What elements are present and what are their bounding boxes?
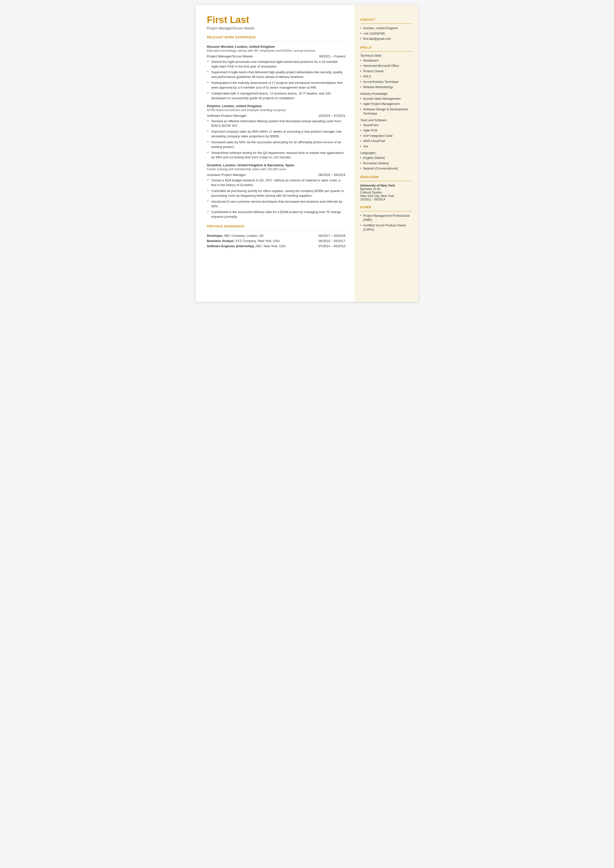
prev-exp-2-role-rest: XYZ Company, New York, USA — [234, 239, 280, 243]
job-2-description: NYSE-listed recruitment and employer bra… — [207, 109, 346, 112]
skill-item: Software Design & Development Technique — [360, 107, 412, 116]
skill-item: Product Owner — [360, 69, 412, 74]
bullet-item: Streamlined software testing for the QA … — [207, 151, 346, 160]
bullet-item: Owned the Agile processes and championed… — [207, 60, 346, 69]
other-list: Project Management Professional (PMP). C… — [360, 214, 412, 232]
bullet-item: Improved company sales by 60% within 11 … — [207, 129, 346, 139]
prev-exp-3-date: 07/2014 – 05/2015 — [318, 244, 345, 248]
job-1-dates: 08/2021 – Present — [319, 54, 345, 58]
edu-dates: 10/2011 - 06/2014 — [360, 198, 412, 201]
bullet-item: Increased sales by 50% via the successfu… — [207, 140, 346, 149]
job-3-header: Growthsi, London, United Kingdom & Barce… — [207, 163, 346, 167]
other-item: Certified Scrum Product Owner (CSPO). — [360, 224, 412, 232]
job-3-role-row: Assistant Project Manager 06/2018 – 09/2… — [207, 173, 346, 177]
previous-exp-title: PREVIOUS EXPERIENCE — [207, 225, 346, 228]
job-2-dates: 10/2019 – 07/2021 — [318, 114, 345, 118]
job-2-bullets: Devised an efficient information filteri… — [207, 119, 346, 160]
other-item: Project Management Professional (PMP). — [360, 214, 412, 222]
bullet-item: Participated in the maturity assessment … — [207, 81, 346, 90]
prev-exp-2-date: 06/2016 – 05/2017 — [318, 239, 345, 243]
contact-title: CONTACT — [360, 18, 412, 22]
job-1-bullets: Owned the Agile processes and championed… — [207, 60, 346, 101]
skill-item: Release Methodology — [360, 85, 412, 90]
relevant-work-title: RELEVANT WORK EXPERIENCE — [207, 36, 346, 39]
languages-label: Languages: — [360, 151, 412, 155]
skills-title: SKILLS — [360, 46, 412, 49]
contact-item-email: first.last@gmail.com — [360, 37, 412, 41]
skill-item: SDLC — [360, 75, 412, 79]
job-1-description: Education technology startup with 50+ em… — [207, 49, 346, 53]
languages-list: English (Native) Romanian (Native) Spani… — [360, 156, 412, 171]
job-2-role-row: Software Product Manager 10/2019 – 07/20… — [207, 114, 346, 118]
left-column: First Last Project Manager/Scrum Master … — [196, 5, 354, 302]
prev-exp-1-date: 06/2017 – 05/2018 — [318, 234, 345, 238]
other-title: OTHER — [360, 206, 412, 209]
tools-label: Tools and Software: — [360, 118, 412, 122]
bullet-item: Introduced 8 new customer service techni… — [207, 199, 346, 209]
language-item: English (Native) — [360, 156, 412, 160]
prev-exp-3-role-rest: ABC, New York, USA — [254, 244, 285, 248]
education-title: EDUCATION — [360, 175, 412, 179]
job-2-company: Polyhire, London, United Kingdom — [207, 104, 262, 108]
prev-exp-1-role-bold: Developer, — [207, 234, 223, 238]
prev-exp-1-role-rest: ABC Company, London, UK — [223, 234, 264, 238]
prev-exp-3: Software Engineer (Internship), ABC, New… — [207, 244, 346, 248]
contact-divider — [360, 23, 412, 24]
skill-item: Jira — [360, 144, 412, 149]
bullet-item: Contributed to the successful delivery d… — [207, 210, 346, 219]
resume-page: First Last Project Manager/Scrum Master … — [196, 5, 419, 302]
prev-exp-1-left: Developer, ABC Company, London, UK — [207, 234, 319, 238]
prev-exp-2-role-bold: Business Analyst, — [207, 239, 235, 243]
candidate-subtitle: Project Manager/Scrum Master — [207, 26, 346, 30]
industry-skills-list: Earned Value Management Agile Project Ma… — [360, 97, 412, 116]
skill-item: Earned Value Management — [360, 97, 412, 101]
edu-school: University of New York — [360, 183, 412, 187]
contact-item-location: Durham, United Kingdom — [360, 26, 412, 31]
bullet-item: Devised an efficient information filteri… — [207, 119, 346, 129]
skill-item: SharePoint — [360, 123, 412, 128]
skill-item: Workbench — [360, 59, 412, 63]
edu-field: Cultural Studies — [360, 191, 412, 194]
skill-item: Scrum/Kanban Technique — [360, 80, 412, 84]
job-1-role-row: Project Manager/Scrum Master 08/2021 – P… — [207, 54, 346, 58]
job-2-role: Software Product Manager — [207, 114, 247, 118]
previous-exp-divider — [207, 230, 346, 230]
job-2-header: Polyhire, London, United Kingdom — [207, 104, 346, 108]
education-divider — [360, 181, 412, 181]
contact-list: Durham, United Kingdom +44 123456789 fir… — [360, 26, 412, 41]
job-3-company: Growthsi, London, United Kingdom & Barce… — [207, 163, 295, 167]
bullet-item: Closed a $1M budget variance in Q4, 2017… — [207, 178, 346, 188]
prev-exp-2: Business Analyst, XYZ Company, New York,… — [207, 239, 346, 243]
edu-location: New York City, New York — [360, 194, 412, 198]
right-column: CONTACT Durham, United Kingdom +44 12345… — [354, 5, 419, 302]
prev-exp-1: Developer, ABC Company, London, UK 06/20… — [207, 234, 346, 238]
contact-item-phone: +44 123456789 — [360, 32, 412, 36]
language-item: Romanian (Native) — [360, 161, 412, 166]
skill-item: Advanced Microsoft Office — [360, 64, 412, 68]
prev-exp-3-role-bold: Software Engineer (Internship), — [207, 244, 255, 248]
skill-item: AWS CloudTrail — [360, 139, 412, 143]
skill-item: Agile Project Management — [360, 102, 412, 106]
skills-divider — [360, 51, 412, 51]
candidate-name: First Last — [207, 15, 346, 25]
prev-exp-3-left: Software Engineer (Internship), ABC, New… — [207, 244, 319, 248]
bullet-item: Collaborated with 3 management teams, 11… — [207, 91, 346, 101]
tools-skills-list: SharePoint Agile PLM SAP Integration Sui… — [360, 123, 412, 149]
prev-exp-2-left: Business Analyst, XYZ Company, New York,… — [207, 239, 319, 243]
job-3-dates: 06/2018 – 09/2019 — [318, 173, 345, 177]
other-divider — [360, 211, 412, 211]
job-3-description: Career training and membership SaaS with… — [207, 168, 346, 171]
edu-degree: Bachelor of Art — [360, 187, 412, 191]
technical-label: Technical Skills: — [360, 54, 412, 57]
language-item: Spanish (Conversational) — [360, 166, 412, 171]
job-1-header: Resume Worded, London, United Kingdom — [207, 45, 346, 48]
bullet-item: Controlled all purchasing activity for o… — [207, 189, 346, 198]
bullet-item: Supervised 8 Agile teams that delivered … — [207, 70, 346, 79]
job-3-bullets: Closed a $1M budget variance in Q4, 2017… — [207, 178, 346, 219]
job-1-role: Project Manager/Scrum Master — [207, 54, 253, 58]
education-block: University of New York Bachelor of Art C… — [360, 183, 412, 201]
skill-item: SAP Integration Suite — [360, 134, 412, 138]
skill-item: Agile PLM — [360, 129, 412, 133]
industry-label: Industry Knowledge: — [360, 92, 412, 96]
job-3-role: Assistant Project Manager — [207, 173, 246, 177]
